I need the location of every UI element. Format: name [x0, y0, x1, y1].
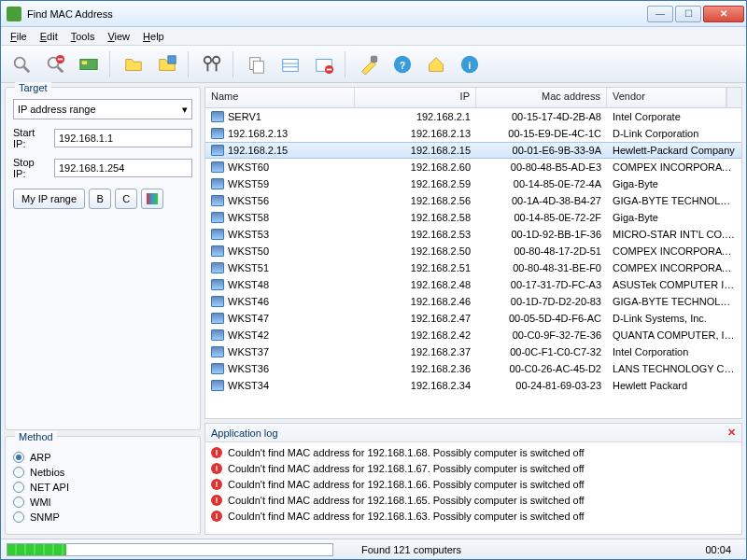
maximize-button[interactable]: ☐: [675, 6, 701, 22]
svg-point-0: [15, 57, 25, 67]
error-icon: !: [211, 447, 222, 458]
menu-file[interactable]: File: [5, 29, 33, 44]
radio-icon: [13, 497, 24, 508]
open-button[interactable]: [119, 49, 148, 79]
table-row[interactable]: WKST60192.168.2.6000-80-48-B5-AD-E3COMPE…: [205, 159, 741, 175]
log-body[interactable]: !Couldn't find MAC address for 192.168.1…: [205, 442, 741, 534]
computer-icon: [211, 245, 224, 257]
computer-icon: [211, 380, 224, 391]
close-button[interactable]: ✕: [703, 6, 744, 22]
computer-icon: [211, 363, 224, 374]
svg-text:i: i: [469, 60, 472, 70]
computer-icon: [211, 111, 224, 122]
col-name[interactable]: Name: [205, 88, 355, 107]
home-button[interactable]: [421, 49, 451, 79]
table-row[interactable]: WKST50192.168.2.5000-80-48-17-2D-51COMPE…: [205, 243, 741, 259]
help-button[interactable]: ?: [388, 49, 417, 79]
table-row[interactable]: WKST47192.168.2.4700-05-5D-4D-F6-ACD-Lin…: [205, 310, 741, 327]
col-vendor[interactable]: Vendor: [607, 88, 726, 107]
log-panel: Application log ✕ !Couldn't find MAC add…: [204, 423, 742, 535]
table-row[interactable]: 192.168.2.15192.168.2.1500-01-E6-9B-33-9…: [205, 142, 741, 159]
log-title: Application log: [211, 427, 278, 439]
delete-button[interactable]: [309, 49, 339, 79]
svg-point-10: [213, 56, 219, 63]
method-option-net-api[interactable]: NET API: [13, 482, 192, 493]
stop-ip-input[interactable]: [54, 159, 192, 177]
my-ip-range-button[interactable]: My IP range: [13, 189, 85, 209]
radio-icon: [13, 511, 24, 523]
scan-button[interactable]: [7, 49, 36, 79]
table-row[interactable]: WKST48192.168.2.4800-17-31-7D-FC-A3ASUST…: [205, 276, 741, 293]
titlebar[interactable]: Find MAC Address — ☐ ✕: [1, 1, 746, 27]
col-ip[interactable]: IP: [355, 88, 476, 107]
progress-bar: [7, 543, 333, 556]
method-group-label: Method: [15, 431, 57, 442]
table-row[interactable]: WKST46192.168.2.4600-1D-7D-D2-20-83GIGA-…: [205, 293, 741, 310]
computer-icon: [211, 329, 224, 341]
svg-rect-15: [283, 59, 299, 71]
log-entry: !Couldn't find MAC address for 192.168.1…: [207, 460, 740, 476]
target-group: Target IP address range ▾ Start IP: Stop…: [5, 87, 201, 430]
method-option-netbios[interactable]: Netbios: [13, 467, 192, 478]
find-button[interactable]: [197, 49, 227, 79]
nic-button[interactable]: [74, 49, 104, 79]
log-entry: !Couldn't find MAC address for 192.168.1…: [207, 492, 740, 508]
computer-icon: [211, 296, 224, 307]
export-button[interactable]: [275, 49, 305, 79]
about-button[interactable]: i: [455, 49, 485, 79]
table-row[interactable]: WKST51192.168.2.5100-80-48-31-BE-F0COMPE…: [205, 259, 741, 276]
computer-icon: [211, 161, 224, 173]
method-option-wmi[interactable]: WMI: [13, 497, 192, 508]
color-toggle-button[interactable]: [141, 189, 163, 209]
table-row[interactable]: WKST58192.168.2.5800-14-85-0E-72-2FGiga-…: [205, 209, 741, 226]
save-button[interactable]: [152, 49, 182, 79]
menu-help[interactable]: Help: [137, 29, 170, 44]
target-mode-combo[interactable]: IP address range ▾: [13, 99, 192, 119]
class-c-button[interactable]: C: [115, 189, 137, 209]
error-icon: !: [211, 479, 222, 490]
stop-ip-label: Stop IP:: [13, 157, 49, 179]
start-ip-input[interactable]: [54, 129, 192, 147]
radio-icon: [13, 467, 24, 478]
table-row[interactable]: WKST37192.168.2.3700-0C-F1-C0-C7-32Intel…: [205, 343, 741, 360]
stop-scan-button[interactable]: [40, 49, 70, 79]
table-row[interactable]: WKST53192.168.2.5300-1D-92-BB-1F-36MICRO…: [205, 226, 741, 243]
table-row[interactable]: SERV1192.168.2.100-15-17-4D-2B-A8Intel C…: [205, 108, 741, 125]
menu-tools[interactable]: Tools: [65, 29, 101, 44]
grid-header: Name IP Mac address Vendor: [205, 88, 741, 108]
start-ip-label: Start IP:: [13, 127, 49, 149]
menu-view[interactable]: View: [102, 29, 135, 44]
log-close-button[interactable]: ✕: [727, 427, 736, 439]
table-row[interactable]: WKST34192.168.2.3400-24-81-69-03-23Hewle…: [205, 377, 741, 394]
menu-edit[interactable]: Edit: [35, 29, 63, 44]
table-row[interactable]: WKST56192.168.2.5600-1A-4D-38-B4-27GIGA-…: [205, 192, 741, 209]
computer-icon: [211, 195, 224, 206]
svg-point-9: [204, 56, 211, 63]
window-controls: — ☐ ✕: [647, 6, 744, 22]
computer-icon: [211, 145, 224, 156]
error-icon: !: [211, 463, 222, 474]
window-title: Find MAC Address: [27, 8, 647, 20]
toolbar: ? i: [1, 46, 746, 83]
table-row[interactable]: WKST42192.168.2.4200-C0-9F-32-7E-36QUANT…: [205, 327, 741, 343]
settings-button[interactable]: [354, 49, 384, 79]
method-group: Method ARPNetbiosNET APIWMISNMP: [5, 436, 201, 535]
method-option-arp[interactable]: ARP: [13, 452, 192, 463]
copy-button[interactable]: [242, 49, 272, 79]
computer-icon: [211, 212, 224, 223]
class-b-button[interactable]: B: [89, 189, 111, 209]
statusbar: Found 121 computers 00:04: [1, 539, 746, 559]
target-group-label: Target: [15, 82, 51, 93]
minimize-button[interactable]: —: [647, 6, 673, 22]
error-icon: !: [211, 511, 222, 522]
table-row[interactable]: WKST36192.168.2.3600-C0-26-AC-45-D2LANS …: [205, 360, 741, 377]
radio-icon: [13, 482, 24, 493]
method-option-snmp[interactable]: SNMP: [13, 511, 192, 523]
col-mac[interactable]: Mac address: [476, 88, 607, 107]
target-mode-value: IP address range: [18, 104, 96, 115]
table-row[interactable]: WKST59192.168.2.5900-14-85-0E-72-4AGiga-…: [205, 175, 741, 192]
computer-icon: [211, 262, 224, 273]
computer-icon: [211, 178, 224, 189]
table-row[interactable]: 192.168.2.13192.168.2.1300-15-E9-DE-4C-1…: [205, 125, 741, 142]
grid-rows[interactable]: SERV1192.168.2.100-15-17-4D-2B-A8Intel C…: [205, 108, 741, 418]
